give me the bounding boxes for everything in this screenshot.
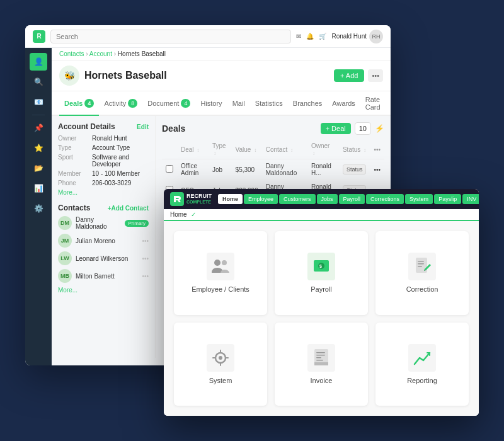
tab-awards[interactable]: Awards	[327, 91, 360, 115]
card-label-invoice: Invoice	[311, 377, 333, 384]
contact-avatar: DM	[58, 216, 72, 230]
card-label-payroll: Payroll	[311, 285, 332, 293]
edit-link[interactable]: Edit	[137, 123, 149, 130]
detail-sport: Sport Software and Developer	[58, 154, 149, 168]
recruit-window: RECRUIT COMPLETE Home Employee Customers…	[164, 189, 479, 416]
col-actions: •••	[370, 140, 384, 159]
card-label-correction: Correction	[406, 285, 438, 293]
sidebar-item-settings[interactable]: ⚙️	[30, 200, 47, 217]
row-checkbox[interactable]	[166, 165, 173, 173]
svg-rect-12	[418, 266, 422, 267]
tab-finance[interactable]: Finance	[386, 91, 391, 115]
nav-inv[interactable]: INV	[462, 194, 479, 204]
crm-header-left: 🐝 Hornets Baseball	[59, 66, 167, 86]
tab-ratecard[interactable]: Rate Card	[360, 91, 386, 115]
tab-history[interactable]: History	[195, 91, 227, 115]
rc-topbar: RECRUIT COMPLETE Home Employee Customers…	[164, 189, 479, 209]
breadcrumb-contacts[interactable]: Contacts	[59, 50, 84, 57]
col-deal[interactable]: Deal ↕	[177, 140, 209, 159]
nav-payslip[interactable]: Payslip	[434, 194, 461, 204]
add-button[interactable]: + Add	[334, 69, 364, 82]
svg-rect-18	[212, 357, 215, 358]
row-actions[interactable]: •••	[370, 159, 384, 180]
sidebar-item-mail[interactable]: 📧	[30, 93, 47, 111]
sidebar-item-pin[interactable]: 📌	[30, 119, 47, 137]
add-deal-button[interactable]: + Deal	[321, 123, 351, 134]
rc-window-body: RECRUIT COMPLETE Home Employee Customers…	[164, 189, 479, 416]
rc-nav: Home Employee Customers Jobs Payroll Cor…	[218, 194, 479, 204]
deals-title: Deals	[162, 123, 185, 134]
col-status[interactable]: Status ↕	[339, 140, 370, 159]
bell-icon[interactable]: 🔔	[306, 33, 314, 40]
contact-item[interactable]: DM Danny Maldonado Primary	[58, 216, 149, 230]
tab-deals[interactable]: Deals 4	[59, 91, 99, 116]
sidebar-item-search[interactable]: 🔍	[30, 73, 47, 91]
sidebar-item-star[interactable]: ⭐	[30, 139, 47, 157]
card-reporting[interactable]: Reporting	[375, 323, 469, 406]
nav-jobs[interactable]: Jobs	[317, 194, 338, 204]
deals-header: Deals + Deal 10 ⚡	[162, 122, 384, 135]
sidebar-item-chart[interactable]: 📊	[30, 180, 47, 197]
contact-avatar: LW	[58, 251, 72, 265]
rc-logo-icon	[170, 192, 184, 206]
cart-icon[interactable]: 🛒	[319, 33, 326, 40]
deal-count-button[interactable]: 10	[355, 122, 371, 135]
tab-statistics[interactable]: Statistics	[250, 91, 288, 115]
card-label-employee: Employee / Clients	[192, 285, 249, 293]
card-correction[interactable]: Correction	[375, 231, 469, 315]
tab-activity[interactable]: Activity 8	[99, 91, 142, 115]
status-button[interactable]: Status	[343, 164, 367, 175]
svg-point-3	[222, 260, 227, 265]
svg-rect-16	[220, 350, 221, 353]
nav-system[interactable]: System	[405, 194, 433, 204]
reporting-icon	[408, 344, 436, 372]
svg-rect-23	[316, 355, 325, 356]
mail-icon[interactable]: ✉	[296, 33, 301, 40]
svg-rect-22	[316, 352, 325, 353]
breadcrumb-current: Hornets Baseball	[118, 50, 166, 57]
sidebar-item-folder[interactable]: 📂	[30, 159, 47, 177]
contact-item[interactable]: LW Leonard Wilkerson •••	[58, 251, 149, 265]
svg-text:$: $	[319, 264, 322, 269]
deal-value: $5,300	[232, 159, 262, 180]
nav-corrections[interactable]: Corrections	[366, 194, 404, 204]
svg-point-2	[214, 260, 220, 266]
tab-mail[interactable]: Mail	[227, 91, 250, 115]
sidebar-item-contacts[interactable]: 👤	[30, 53, 47, 71]
svg-rect-17	[220, 363, 221, 366]
col-owner[interactable]: Owner ↕	[307, 140, 339, 159]
col-value[interactable]: Value ↕	[232, 140, 262, 159]
card-payroll[interactable]: $ Payroll	[275, 231, 368, 315]
card-system[interactable]: System	[174, 323, 267, 406]
svg-rect-27	[408, 344, 436, 372]
tab-branches[interactable]: Branches	[288, 91, 327, 115]
details-more-link[interactable]: More...	[58, 189, 149, 196]
more-button[interactable]: •••	[368, 69, 383, 82]
card-employee-clients[interactable]: Employee / Clients	[174, 231, 267, 315]
people-icon	[207, 253, 234, 280]
contacts-more-link[interactable]: More...	[58, 287, 149, 294]
payroll-icon: $	[307, 253, 335, 280]
nav-home[interactable]: Home	[218, 194, 243, 204]
rc-logo: RECRUIT COMPLETE	[170, 192, 212, 206]
deal-name: Office Admin	[177, 159, 209, 180]
add-contact-link[interactable]: +Add Contact	[108, 205, 149, 212]
filter-icon[interactable]: ⚡	[375, 124, 384, 133]
contact-item[interactable]: MB Milton Barnett •••	[58, 269, 149, 283]
breadcrumb-account[interactable]: Account	[89, 50, 112, 57]
crm-topbar: R ✉ 🔔 🛒 Ronald Hunt RH	[25, 25, 391, 48]
entity-icon: 🐝	[59, 66, 79, 86]
nav-payroll[interactable]: Payroll	[339, 194, 365, 204]
detail-type: Type Account Type	[58, 144, 149, 151]
card-invoice[interactable]: Invoice	[275, 323, 368, 406]
contact-item[interactable]: JM Julian Moreno •••	[58, 234, 149, 248]
rc-breadcrumb: Home ✓	[164, 209, 479, 221]
crm-left-panel: Account Details Edit Owner Ronald Hunt T…	[52, 116, 156, 358]
tab-document[interactable]: Document 4	[142, 91, 195, 115]
col-type[interactable]: Type ↕	[209, 140, 232, 159]
contact-avatar: MB	[58, 269, 72, 283]
col-contact[interactable]: Contact ↕	[262, 140, 307, 159]
nav-employee[interactable]: Employee	[244, 194, 278, 204]
crm-search-input[interactable]	[50, 30, 291, 43]
nav-customers[interactable]: Customers	[279, 194, 316, 204]
